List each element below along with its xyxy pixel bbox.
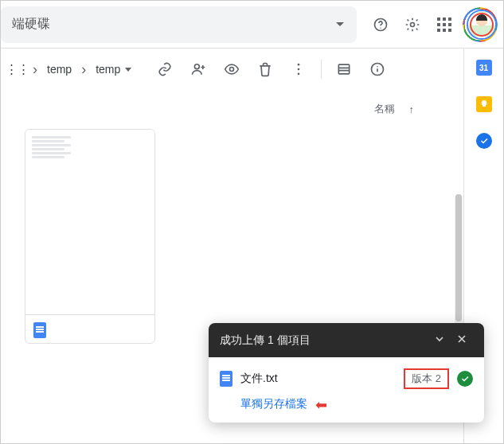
search-dropdown[interactable]: 端硬碟 [1,6,357,43]
file-card-footer [25,314,154,344]
file-thumbnail [25,130,154,314]
calendar-icon[interactable]: 31 [476,60,492,76]
share-person-add-icon[interactable] [182,53,214,85]
toast-header: 成功上傳 1 個項目 [209,323,484,357]
version-badge: 版本 2 [404,368,449,389]
app-header: 端硬碟 [1,1,503,49]
keep-separate-link[interactable]: 單獨另存檔案 [240,397,307,411]
preview-eye-icon[interactable] [216,53,248,85]
svg-point-6 [298,68,300,71]
settings-gear-icon[interactable] [397,9,428,41]
svg-point-10 [377,66,379,68]
upload-toast: 成功上傳 1 個項目 文件.txt 版本 2 單獨另存檔案 ⬅ [209,323,484,423]
sort-label[interactable]: 名稱 [374,102,395,116]
docs-file-icon [220,371,232,387]
annotation-arrow-icon: ⬅ [315,396,327,414]
toolbar: ⋮⋮ › temp › temp [1,49,463,90]
more-vert-icon[interactable] [283,53,315,85]
success-check-icon [457,371,473,387]
file-card[interactable] [25,129,155,344]
apps-grid-icon[interactable] [428,9,460,41]
sort-row: 名稱 ↑ [10,91,454,124]
tasks-icon[interactable] [476,133,492,149]
docs-file-icon [33,322,46,338]
svg-point-7 [298,73,300,76]
trash-icon[interactable] [249,53,281,85]
uploaded-file-name: 文件.txt [240,372,396,386]
chevron-right-icon: › [81,61,86,78]
info-icon[interactable] [361,53,393,85]
dropdown-caret-icon [125,68,131,72]
list-view-icon[interactable] [328,53,360,85]
svg-point-5 [298,64,300,66]
svg-point-3 [195,64,200,69]
svg-point-4 [230,68,234,72]
svg-point-2 [411,22,415,26]
toast-body: 文件.txt 版本 2 單獨另存檔案 ⬅ [209,357,484,423]
keep-icon[interactable] [476,96,492,112]
help-icon[interactable] [365,9,397,41]
breadcrumb-item[interactable]: temp [41,60,78,79]
chevron-right-icon: › [33,61,37,78]
account-avatar[interactable] [465,10,495,40]
search-text: 端硬碟 [7,16,330,33]
toast-collapse-icon[interactable] [428,333,451,348]
dropdown-caret-icon [336,22,344,26]
get-link-icon[interactable] [149,53,181,85]
divider [321,60,322,79]
toast-title: 成功上傳 1 個項目 [220,333,428,348]
svg-point-1 [380,27,381,28]
breadcrumb-current[interactable]: temp [89,60,138,79]
toast-close-icon[interactable] [451,333,473,348]
uploaded-file-row: 文件.txt 版本 2 [220,368,473,389]
breadcrumb-root[interactable]: ⋮⋮ [6,62,29,76]
svg-rect-8 [339,64,350,74]
keep-separate-row: 單獨另存檔案 ⬅ [240,395,473,413]
file-grid [10,124,454,344]
sort-arrow-up-icon[interactable]: ↑ [409,103,415,115]
